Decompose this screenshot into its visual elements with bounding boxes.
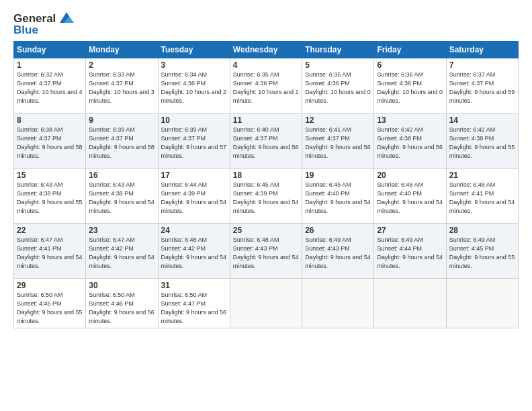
calendar-week-3: 15 Sunrise: 6:43 AMSunset: 4:38 PMDaylig… (14, 169, 519, 224)
day-info: Sunrise: 6:50 AMSunset: 4:46 PMDaylight:… (89, 291, 154, 324)
day-number: 19 (305, 171, 371, 180)
day-info: Sunrise: 6:48 AMSunset: 4:43 PMDaylight:… (233, 236, 299, 269)
day-info: Sunrise: 6:49 AMSunset: 4:43 PMDaylight:… (305, 236, 371, 269)
calendar-cell (302, 279, 374, 328)
day-info: Sunrise: 6:34 AMSunset: 4:36 PMDaylight:… (161, 71, 227, 104)
calendar-cell: 18 Sunrise: 6:45 AMSunset: 4:39 PMDaylig… (230, 169, 302, 224)
calendar-cell: 27 Sunrise: 6:49 AMSunset: 4:44 PMDaylig… (374, 224, 446, 279)
day-number: 18 (233, 171, 299, 180)
calendar-cell: 24 Sunrise: 6:48 AMSunset: 4:42 PMDaylig… (158, 224, 230, 279)
day-info: Sunrise: 6:47 AMSunset: 4:41 PMDaylight:… (17, 236, 83, 269)
header-tuesday: Tuesday (158, 42, 230, 58)
day-number: 6 (377, 60, 443, 70)
day-number: 29 (17, 281, 83, 290)
calendar-header-row: SundayMondayTuesdayWednesdayThursdayFrid… (14, 42, 519, 58)
day-number: 5 (305, 60, 371, 70)
day-number: 12 (305, 116, 371, 125)
calendar-cell: 10 Sunrise: 6:39 AMSunset: 4:37 PMDaylig… (158, 113, 230, 169)
day-number: 2 (89, 60, 154, 70)
day-info: Sunrise: 6:32 AMSunset: 4:37 PMDaylight:… (17, 71, 83, 104)
day-number: 27 (377, 226, 443, 235)
day-info: Sunrise: 6:47 AMSunset: 4:42 PMDaylight:… (89, 236, 154, 269)
calendar-cell: 11 Sunrise: 6:40 AMSunset: 4:37 PMDaylig… (230, 113, 302, 169)
calendar-cell: 5 Sunrise: 6:35 AMSunset: 4:36 PMDayligh… (302, 58, 374, 113)
day-info: Sunrise: 6:50 AMSunset: 4:47 PMDaylight:… (161, 291, 227, 324)
day-info: Sunrise: 6:38 AMSunset: 4:37 PMDaylight:… (17, 126, 83, 159)
header-wednesday: Wednesday (230, 42, 302, 58)
day-info: Sunrise: 6:49 AMSunset: 4:44 PMDaylight:… (377, 236, 443, 269)
logo-icon (57, 11, 76, 26)
day-number: 17 (161, 171, 227, 180)
calendar-cell: 4 Sunrise: 6:35 AMSunset: 4:36 PMDayligh… (230, 58, 302, 113)
calendar-cell: 3 Sunrise: 6:34 AMSunset: 4:36 PMDayligh… (158, 58, 230, 113)
day-number: 26 (305, 226, 371, 235)
day-info: Sunrise: 6:45 AMSunset: 4:39 PMDaylight:… (233, 181, 299, 214)
calendar-cell: 23 Sunrise: 6:47 AMSunset: 4:42 PMDaylig… (86, 224, 158, 279)
calendar-table: SundayMondayTuesdayWednesdayThursdayFrid… (13, 41, 519, 328)
day-info: Sunrise: 6:48 AMSunset: 4:42 PMDaylight:… (161, 236, 227, 269)
day-info: Sunrise: 6:40 AMSunset: 4:37 PMDaylight:… (233, 126, 299, 159)
day-info: Sunrise: 6:41 AMSunset: 4:37 PMDaylight:… (305, 126, 371, 159)
calendar-cell: 21 Sunrise: 6:46 AMSunset: 4:41 PMDaylig… (446, 169, 518, 224)
day-info: Sunrise: 6:33 AMSunset: 4:37 PMDaylight:… (89, 71, 154, 104)
calendar-cell: 2 Sunrise: 6:33 AMSunset: 4:37 PMDayligh… (86, 58, 158, 113)
calendar-cell: 12 Sunrise: 6:41 AMSunset: 4:37 PMDaylig… (302, 113, 374, 169)
calendar-cell: 29 Sunrise: 6:50 AMSunset: 4:45 PMDaylig… (14, 279, 86, 328)
day-number: 3 (161, 60, 227, 70)
day-number: 1 (17, 60, 83, 70)
day-info: Sunrise: 6:44 AMSunset: 4:39 PMDaylight:… (161, 181, 227, 214)
day-number: 9 (89, 116, 154, 125)
header-sunday: Sunday (14, 42, 86, 58)
day-info: Sunrise: 6:42 AMSunset: 4:38 PMDaylight:… (449, 126, 515, 159)
day-number: 16 (89, 171, 154, 180)
calendar-week-4: 22 Sunrise: 6:47 AMSunset: 4:41 PMDaylig… (14, 224, 519, 279)
day-number: 13 (377, 116, 443, 125)
day-number: 28 (449, 226, 515, 235)
day-info: Sunrise: 6:50 AMSunset: 4:45 PMDaylight:… (17, 291, 83, 324)
header-monday: Monday (86, 42, 158, 58)
day-number: 21 (449, 171, 515, 180)
calendar-cell: 30 Sunrise: 6:50 AMSunset: 4:46 PMDaylig… (86, 279, 158, 328)
calendar-cell: 16 Sunrise: 6:43 AMSunset: 4:38 PMDaylig… (86, 169, 158, 224)
calendar-cell: 14 Sunrise: 6:42 AMSunset: 4:38 PMDaylig… (446, 113, 518, 169)
calendar-cell: 15 Sunrise: 6:43 AMSunset: 4:38 PMDaylig… (14, 169, 86, 224)
day-number: 24 (161, 226, 227, 235)
header-thursday: Thursday (302, 42, 374, 58)
calendar-cell: 22 Sunrise: 6:47 AMSunset: 4:41 PMDaylig… (14, 224, 86, 279)
calendar-cell (230, 279, 302, 328)
calendar-cell (446, 279, 518, 328)
day-info: Sunrise: 6:43 AMSunset: 4:38 PMDaylight:… (17, 181, 83, 214)
calendar-cell: 1 Sunrise: 6:32 AMSunset: 4:37 PMDayligh… (14, 58, 86, 113)
day-number: 4 (233, 60, 299, 70)
calendar-cell: 28 Sunrise: 6:49 AMSunset: 4:45 PMDaylig… (446, 224, 518, 279)
calendar-week-1: 1 Sunrise: 6:32 AMSunset: 4:37 PMDayligh… (14, 58, 519, 113)
day-number: 8 (17, 116, 83, 125)
calendar-week-5: 29 Sunrise: 6:50 AMSunset: 4:45 PMDaylig… (14, 279, 519, 328)
calendar-cell: 13 Sunrise: 6:42 AMSunset: 4:38 PMDaylig… (374, 113, 446, 169)
day-number: 23 (89, 226, 154, 235)
day-info: Sunrise: 6:39 AMSunset: 4:37 PMDaylight:… (161, 126, 227, 159)
day-number: 30 (89, 281, 154, 290)
logo: General Blue (13, 11, 76, 36)
page: General Blue SundayMondayTuesdayWednesda… (0, 0, 532, 411)
day-number: 25 (233, 226, 299, 235)
header-saturday: Saturday (446, 42, 518, 58)
calendar-cell: 25 Sunrise: 6:48 AMSunset: 4:43 PMDaylig… (230, 224, 302, 279)
calendar-cell: 31 Sunrise: 6:50 AMSunset: 4:47 PMDaylig… (158, 279, 230, 328)
calendar-cell: 8 Sunrise: 6:38 AMSunset: 4:37 PMDayligh… (14, 113, 86, 169)
day-number: 15 (17, 171, 83, 180)
day-info: Sunrise: 6:46 AMSunset: 4:40 PMDaylight:… (377, 181, 443, 214)
calendar-cell: 6 Sunrise: 6:36 AMSunset: 4:36 PMDayligh… (374, 58, 446, 113)
calendar-week-2: 8 Sunrise: 6:38 AMSunset: 4:37 PMDayligh… (14, 113, 519, 169)
day-info: Sunrise: 6:36 AMSunset: 4:36 PMDaylight:… (377, 71, 443, 104)
day-info: Sunrise: 6:45 AMSunset: 4:40 PMDaylight:… (305, 181, 371, 214)
day-number: 31 (161, 281, 227, 290)
calendar-cell: 7 Sunrise: 6:37 AMSunset: 4:37 PMDayligh… (446, 58, 518, 113)
day-info: Sunrise: 6:43 AMSunset: 4:38 PMDaylight:… (89, 181, 154, 214)
day-info: Sunrise: 6:35 AMSunset: 4:36 PMDaylight:… (305, 71, 371, 104)
calendar-cell: 26 Sunrise: 6:49 AMSunset: 4:43 PMDaylig… (302, 224, 374, 279)
header: General Blue (13, 11, 519, 36)
calendar-cell (374, 279, 446, 328)
day-number: 11 (233, 116, 299, 125)
day-info: Sunrise: 6:46 AMSunset: 4:41 PMDaylight:… (449, 181, 515, 214)
